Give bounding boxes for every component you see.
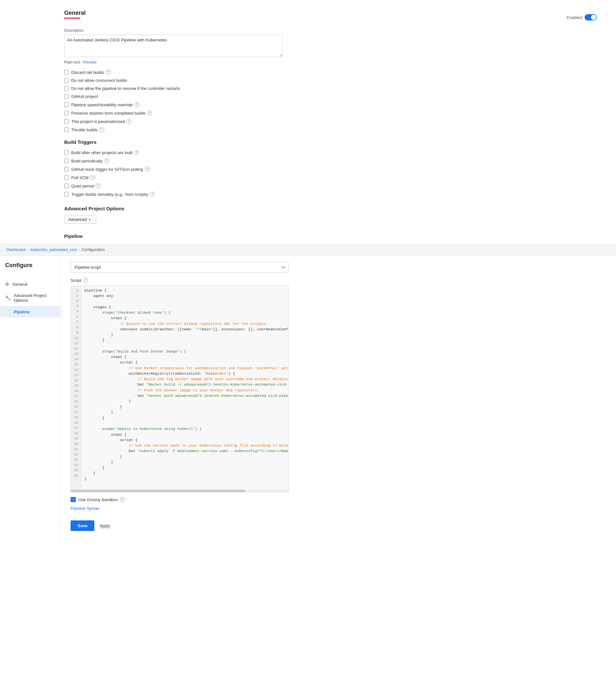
no-concurrent-checkbox[interactable]	[64, 78, 69, 83]
action-buttons: Save Apply	[71, 520, 606, 541]
enabled-toggle-group: Enabled	[567, 14, 597, 21]
build-after-other-help-icon[interactable]: ?	[134, 150, 139, 155]
enabled-label: Enabled	[567, 15, 582, 20]
breadcrumb-sep-2: ›	[79, 248, 80, 252]
pipeline-speed-label: Pipeline speed/durability override	[71, 102, 133, 107]
discard-old-builds-checkbox[interactable]	[64, 70, 69, 74]
throttle-builds-checkbox[interactable]	[64, 127, 69, 132]
parameterized-label: This project is parameterized	[71, 119, 125, 124]
sidebar-item-pipeline[interactable]: 📄 Pipeline	[0, 306, 61, 318]
main-content: General Enabled Description An Automated…	[0, 0, 616, 239]
checkbox-trigger-remotely: Trigger builds remotely (e.g., from scri…	[64, 192, 616, 197]
pipeline-config-panel: Pipeline script Script ? 12345678910 111…	[61, 256, 616, 547]
checkbox-build-after-other: Build after other projects are built ?	[64, 150, 616, 155]
trigger-remotely-help-icon[interactable]: ?	[150, 192, 155, 197]
quiet-period-checkbox[interactable]	[64, 184, 69, 188]
checkbox-quiet-period: Quiet period ?	[64, 183, 616, 189]
preserve-stashes-checkbox[interactable]	[64, 111, 69, 115]
pipeline-syntax-link[interactable]: Pipeline Syntax	[71, 506, 606, 511]
pipeline-icon: 📄	[5, 309, 10, 314]
script-label: Script	[71, 278, 81, 283]
quiet-period-help-icon[interactable]: ?	[96, 183, 101, 189]
parameterized-help-icon[interactable]: ?	[127, 119, 132, 124]
throttle-builds-help-icon[interactable]: ?	[99, 127, 104, 132]
code-editor[interactable]: 12345678910 11121314151617181920 2122232…	[71, 285, 289, 492]
poll-scm-help-icon[interactable]: ?	[90, 175, 95, 180]
advanced-chevron-icon: ▾	[89, 218, 91, 221]
breadcrumb-sep-1: ›	[27, 248, 29, 252]
poll-scm-label: Poll SCM	[71, 175, 89, 180]
code-scrollbar[interactable]	[71, 490, 289, 492]
advanced-project-options-section: Advanced Project Options Advanced ▾	[64, 206, 616, 224]
parameterized-checkbox[interactable]	[64, 119, 69, 124]
script-label-row: Script ?	[71, 278, 606, 283]
groovy-sandbox-help-icon[interactable]: ?	[120, 497, 125, 502]
configure-title: Configure	[0, 262, 61, 272]
github-hook-checkbox[interactable]	[64, 167, 69, 171]
advanced-project-options-title: Advanced Project Options	[64, 206, 616, 211]
pipeline-speed-checkbox[interactable]	[64, 102, 69, 107]
plain-preview: Plain text Preview	[64, 60, 616, 65]
groovy-sandbox-label: Use Groovy Sandbox	[78, 497, 118, 502]
plain-text-label: Plain text	[64, 60, 80, 65]
pipeline-script-dropdown[interactable]: Pipeline script	[71, 262, 289, 272]
breadcrumb-dashboard[interactable]: Dashboard	[6, 248, 25, 252]
description-label: Description	[64, 28, 616, 33]
build-after-other-checkbox[interactable]	[64, 150, 69, 155]
discard-old-builds-help-icon[interactable]: ?	[106, 70, 111, 75]
general-title: General	[64, 10, 85, 17]
trigger-remotely-label: Trigger builds remotely (e.g., from scri…	[71, 192, 148, 197]
no-resume-label: Do not allow the pipeline to resume if t…	[71, 86, 180, 91]
sidebar: Configure ⚙ General 🔧 Advanced Project O…	[0, 256, 61, 547]
no-concurrent-label: Do not allow concurrent builds	[71, 78, 127, 83]
build-periodically-label: Build periodically	[71, 159, 103, 163]
trigger-remotely-checkbox[interactable]	[64, 192, 69, 196]
github-project-label: GitHub project	[71, 94, 98, 99]
groovy-sandbox-checkbox-checked[interactable]: ✓	[71, 497, 76, 502]
pipeline-title: Pipeline	[64, 233, 616, 239]
code-scrollbar-thumb	[71, 490, 245, 492]
apply-button[interactable]: Apply	[99, 523, 110, 528]
checkbox-discard-old-builds: Discard old builds ?	[64, 70, 616, 75]
github-hook-help-icon[interactable]: ?	[145, 167, 150, 172]
advanced-dropdown-button[interactable]: Advanced ▾	[64, 215, 96, 224]
description-textarea[interactable]: An Automated Jenkins CICD Pipeline with …	[64, 35, 282, 57]
poll-scm-checkbox[interactable]	[64, 175, 69, 180]
line-numbers: 12345678910 11121314151617181920 2122232…	[71, 286, 81, 489]
general-icon: ⚙	[5, 282, 9, 287]
github-project-checkbox[interactable]	[64, 94, 69, 99]
breadcrumb-project[interactable]: kuberntes_automated_cicd	[31, 248, 77, 252]
breadcrumb-current: Configuration	[82, 248, 105, 252]
checkbox-throttle-builds: Throttle builds ?	[64, 127, 616, 132]
sidebar-item-advanced-project-options[interactable]: 🔧 Advanced Project Options	[0, 290, 61, 306]
pipeline-speed-help-icon[interactable]: ?	[134, 102, 140, 107]
advanced-project-options-icon: 🔧	[5, 295, 10, 300]
preserve-stashes-help-icon[interactable]: ?	[147, 110, 152, 116]
checkbox-poll-scm: Poll SCM ?	[64, 175, 616, 180]
sidebar-item-general[interactable]: ⚙ General	[0, 278, 61, 290]
title-underline	[64, 18, 80, 19]
sidebar-advanced-label: Advanced Project Options	[14, 293, 56, 303]
script-help-icon[interactable]: ?	[83, 278, 88, 283]
checkbox-no-concurrent: Do not allow concurrent builds	[64, 78, 616, 83]
enabled-toggle[interactable]	[585, 14, 597, 21]
build-periodically-checkbox[interactable]	[64, 159, 69, 163]
checkbox-github-project: GitHub project	[64, 94, 616, 99]
code-content: pipeline { agent any stages { stage('Che…	[81, 286, 288, 489]
build-periodically-help-icon[interactable]: ?	[104, 158, 109, 163]
checkbox-parameterized: This project is parameterized ?	[64, 119, 616, 124]
save-button[interactable]: Save	[71, 520, 94, 531]
checkbox-github-hook: GitHub hook trigger for GITScm polling ?	[64, 167, 616, 172]
description-section: Description An Automated Jenkins CICD Pi…	[64, 28, 616, 65]
build-after-other-label: Build after other projects are built	[71, 150, 133, 155]
quiet-period-label: Quiet period	[71, 184, 94, 189]
preview-link[interactable]: Preview	[83, 60, 97, 65]
breadcrumb-bar: Dashboard › kuberntes_automated_cicd › C…	[0, 244, 616, 256]
throttle-builds-label: Throttle builds	[71, 127, 98, 132]
no-resume-checkbox[interactable]	[64, 86, 69, 91]
breadcrumb-ellipsis: ...	[106, 248, 109, 252]
checkbox-no-resume: Do not allow the pipeline to resume if t…	[64, 86, 616, 91]
advanced-button-label: Advanced	[68, 217, 87, 222]
build-triggers-title: Build Triggers	[64, 139, 616, 145]
discard-old-builds-label: Discard old builds	[71, 70, 104, 75]
